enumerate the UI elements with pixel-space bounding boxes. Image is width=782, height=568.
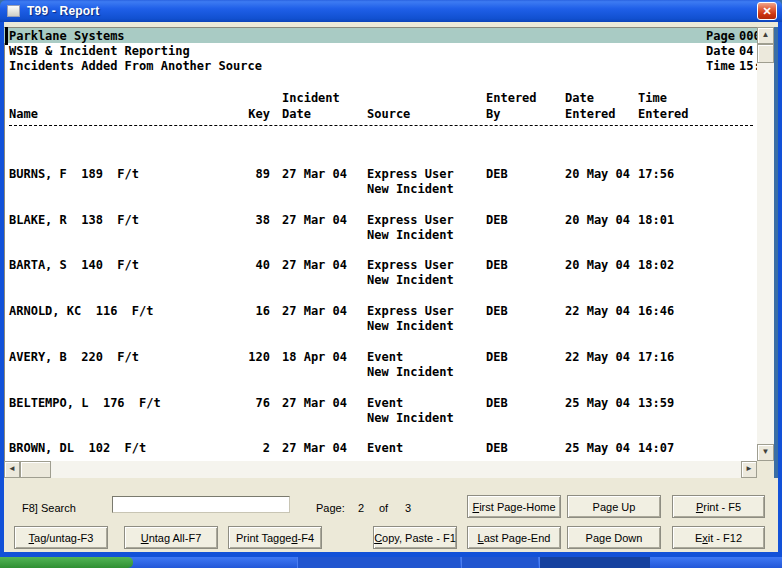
report-cell: 27 Mar 04	[282, 258, 347, 272]
report-content: Parklane Systems Page 000 WSIB & Inciden…	[4, 27, 757, 461]
report-cell: 18 Apr 04	[282, 350, 347, 364]
report-cell: Express User	[367, 213, 454, 227]
untag-all-button[interactable]: Untag All-F7	[124, 526, 218, 549]
report-cell: Event	[367, 441, 403, 455]
copy-paste-button[interactable]: Copy, Paste - F1	[373, 526, 457, 549]
taskbar-button[interactable]	[461, 557, 538, 568]
report-cell: DEB	[486, 258, 508, 272]
report-cell: DEB	[486, 304, 508, 318]
report-row: BURNS, F 189 F/t8927 Mar 04Express UserN…	[4, 167, 757, 198]
taskbar-button[interactable]	[539, 557, 650, 568]
report-cell: 14:07	[638, 441, 674, 455]
col-header-time: Time	[638, 91, 667, 105]
report-cell: 76	[210, 396, 270, 410]
report-area: Parklane Systems Page 000 WSIB & Inciden…	[4, 27, 774, 478]
report-cell: 2	[210, 441, 270, 455]
report-subtitle-1: WSIB & Incident Reporting	[9, 44, 190, 58]
page-up-button[interactable]: Page Up	[567, 495, 661, 518]
cursor-bar	[5, 27, 8, 45]
report-cell: 18:01	[638, 213, 674, 227]
col-header-incident-date: Date	[282, 107, 311, 121]
report-cell: Express User	[367, 258, 454, 272]
report-cell: BLAKE, R 138 F/t	[9, 213, 139, 227]
last-page-button[interactable]: Last Page-End	[467, 526, 561, 549]
report-cell: 40	[210, 258, 270, 272]
company-name: Parklane Systems	[9, 29, 125, 43]
scroll-down-button[interactable]: ▼	[757, 444, 774, 461]
report-cell: 17:56	[638, 167, 674, 181]
tag-untag-button[interactable]: Tag/untag-F3	[14, 526, 108, 549]
report-cell: DEB	[486, 441, 508, 455]
time-label: Time	[706, 59, 735, 73]
report-cell: Express User	[367, 167, 454, 181]
report-cell: New Incident	[367, 319, 454, 333]
page-indicator-label: Page:	[316, 502, 345, 514]
report-cell: 16	[210, 304, 270, 318]
report-cell: BROWN, DL 102 F/t	[9, 441, 146, 455]
start-button[interactable]	[0, 557, 133, 568]
report-subtitle-2: Incidents Added From Another Source	[9, 59, 262, 73]
close-icon: ✕	[762, 5, 771, 17]
taskbar-button[interactable]	[297, 557, 460, 568]
report-cell: 27 Mar 04	[282, 396, 347, 410]
first-page-button[interactable]: First Page-Home	[467, 495, 561, 518]
exit-button[interactable]: Exit - F12	[672, 526, 765, 549]
search-input[interactable]	[112, 496, 290, 513]
report-row: AVERY, B 220 F/t12018 Apr 04EventNew Inc…	[4, 350, 757, 381]
scroll-up-button[interactable]: ▲	[757, 27, 774, 44]
report-cell: 20 May 04	[565, 213, 630, 227]
title-bar[interactable]: T99 - Report ✕	[0, 0, 782, 22]
report-cell: 27 Mar 04	[282, 441, 347, 455]
scroll-left-button[interactable]: ◄	[4, 461, 20, 478]
report-cell: BARTA, S 140 F/t	[9, 258, 139, 272]
col-header-by: By	[486, 107, 500, 121]
report-cell: 22 May 04	[565, 304, 630, 318]
report-cell: DEB	[486, 213, 508, 227]
col-header-key: Key	[210, 107, 270, 121]
report-cell: New Incident	[367, 228, 454, 242]
header-separator	[9, 125, 753, 126]
report-cell: AVERY, B 220 F/t	[9, 350, 139, 364]
print-tagged-button[interactable]: Print Tagged-F4	[228, 526, 322, 549]
print-button[interactable]: Print - F5	[672, 495, 765, 518]
report-cell: 20 May 04	[565, 258, 630, 272]
window-title: T99 - Report	[27, 4, 99, 18]
report-cell: Express User	[367, 304, 454, 318]
report-cell: Event	[367, 396, 403, 410]
report-cell: ARNOLD, KC 116 F/t	[9, 304, 154, 318]
report-cell: 22 May 04	[565, 350, 630, 364]
report-cell: 120	[210, 350, 270, 364]
page-current: 2	[358, 502, 364, 514]
report-row: BROWN, DL 102 F/t227 Mar 04EventDEB25 Ma…	[4, 441, 757, 461]
report-cell: 89	[210, 167, 270, 181]
scrollbar-corner	[757, 461, 774, 478]
date-label: Date	[706, 44, 735, 58]
report-cell: 38	[210, 213, 270, 227]
report-cell: 27 Mar 04	[282, 304, 347, 318]
close-button[interactable]: ✕	[757, 2, 777, 20]
report-row: BELTEMPO, L 176 F/t7627 Mar 04EventNew I…	[4, 396, 757, 427]
horizontal-scrollbar[interactable]: ◄ ►	[4, 461, 757, 478]
horizontal-scroll-thumb[interactable]	[20, 461, 51, 478]
vertical-scrollbar[interactable]: ▲ ▼	[757, 27, 774, 461]
report-cell: 25 May 04	[565, 441, 630, 455]
taskbar[interactable]	[0, 557, 782, 568]
page-value: 000	[739, 29, 757, 43]
page-of-label: of	[379, 502, 388, 514]
report-cell: New Incident	[367, 365, 454, 379]
page-down-button[interactable]: Page Down	[567, 526, 661, 549]
control-panel: F8] Search Page: 2 of 3 First Page-Home …	[4, 478, 778, 552]
col-header-source: Source	[367, 107, 410, 121]
report-cell: New Incident	[367, 411, 454, 425]
col-header-time-entered: Entered	[638, 107, 689, 121]
report-cell: DEB	[486, 350, 508, 364]
report-row: BARTA, S 140 F/t4027 Mar 04Express UserN…	[4, 258, 757, 289]
report-cell: 27 Mar 04	[282, 167, 347, 181]
scroll-right-button[interactable]: ►	[741, 461, 757, 478]
col-header-incident: Incident	[282, 91, 340, 105]
report-cell: 18:02	[638, 258, 674, 272]
vertical-scroll-thumb[interactable]	[757, 44, 774, 63]
report-cell: DEB	[486, 396, 508, 410]
search-label: F8] Search	[22, 502, 76, 514]
col-header-date-entered: Entered	[565, 107, 616, 121]
